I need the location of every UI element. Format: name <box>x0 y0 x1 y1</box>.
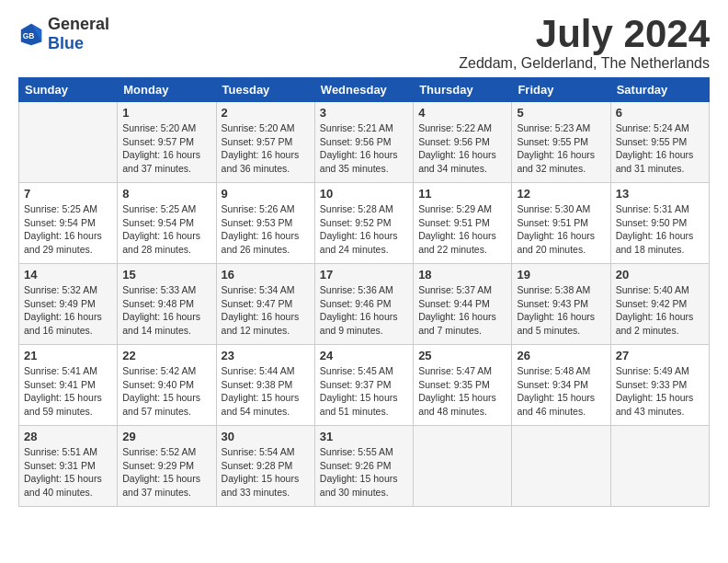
table-row <box>610 426 709 507</box>
calendar-table: Sunday Monday Tuesday Wednesday Thursday… <box>18 77 710 507</box>
table-row: 13 Sunrise: 5:31 AMSunset: 9:50 PMDaylig… <box>610 183 709 264</box>
day-info: Sunrise: 5:54 AMSunset: 9:28 PMDaylight:… <box>222 445 310 500</box>
table-row: 7 Sunrise: 5:25 AMSunset: 9:54 PMDayligh… <box>19 183 118 264</box>
page-container: GB General Blue July 2024 Zeddam, Gelder… <box>0 0 728 516</box>
day-number: 31 <box>320 430 408 443</box>
day-number: 25 <box>418 349 506 362</box>
table-row: 3 Sunrise: 5:21 AMSunset: 9:56 PMDayligh… <box>314 102 413 183</box>
day-number: 23 <box>222 349 310 362</box>
calendar-week-row: 28 Sunrise: 5:51 AMSunset: 9:31 PMDaylig… <box>19 426 710 507</box>
calendar-header-row: Sunday Monday Tuesday Wednesday Thursday… <box>19 78 710 102</box>
logo: GB General Blue <box>18 15 109 53</box>
table-row: 24 Sunrise: 5:45 AMSunset: 9:37 PMDaylig… <box>314 345 413 426</box>
day-number: 27 <box>616 349 704 362</box>
day-info: Sunrise: 5:51 AMSunset: 9:31 PMDaylight:… <box>24 445 112 500</box>
day-info: Sunrise: 5:45 AMSunset: 9:37 PMDaylight:… <box>320 364 408 419</box>
day-number: 7 <box>24 187 112 201</box>
day-info: Sunrise: 5:48 AMSunset: 9:34 PMDaylight:… <box>517 364 605 419</box>
table-row: 22 Sunrise: 5:42 AMSunset: 9:40 PMDaylig… <box>118 345 216 426</box>
table-row: 26 Sunrise: 5:48 AMSunset: 9:34 PMDaylig… <box>512 345 610 426</box>
day-number: 1 <box>122 106 210 120</box>
day-info: Sunrise: 5:20 AMSunset: 9:57 PMDaylight:… <box>222 121 310 176</box>
day-info: Sunrise: 5:30 AMSunset: 9:51 PMDaylight:… <box>517 202 605 257</box>
table-row: 10 Sunrise: 5:28 AMSunset: 9:52 PMDaylig… <box>314 183 413 264</box>
day-number: 6 <box>616 106 704 120</box>
table-row: 16 Sunrise: 5:34 AMSunset: 9:47 PMDaylig… <box>216 264 314 345</box>
day-number: 2 <box>222 106 310 120</box>
day-info: Sunrise: 5:34 AMSunset: 9:47 PMDaylight:… <box>222 283 310 338</box>
logo-blue: Blue <box>48 34 84 52</box>
day-info: Sunrise: 5:40 AMSunset: 9:42 PMDaylight:… <box>616 283 704 338</box>
day-number: 16 <box>222 268 310 282</box>
day-number: 13 <box>616 187 704 201</box>
table-row: 5 Sunrise: 5:23 AMSunset: 9:55 PMDayligh… <box>512 102 610 183</box>
table-row: 30 Sunrise: 5:54 AMSunset: 9:28 PMDaylig… <box>216 426 314 507</box>
day-number: 17 <box>320 268 408 282</box>
day-info: Sunrise: 5:49 AMSunset: 9:33 PMDaylight:… <box>616 364 704 419</box>
table-row: 31 Sunrise: 5:55 AMSunset: 9:26 PMDaylig… <box>314 426 413 507</box>
table-row: 29 Sunrise: 5:52 AMSunset: 9:29 PMDaylig… <box>118 426 216 507</box>
day-number: 30 <box>222 430 310 443</box>
calendar-week-row: 7 Sunrise: 5:25 AMSunset: 9:54 PMDayligh… <box>19 183 710 264</box>
day-info: Sunrise: 5:23 AMSunset: 9:55 PMDaylight:… <box>517 121 605 176</box>
logo-icon: GB <box>18 21 44 47</box>
table-row: 25 Sunrise: 5:47 AMSunset: 9:35 PMDaylig… <box>414 345 512 426</box>
calendar-week-row: 14 Sunrise: 5:32 AMSunset: 9:49 PMDaylig… <box>19 264 710 345</box>
day-number: 4 <box>418 106 506 120</box>
table-row <box>414 426 512 507</box>
day-info: Sunrise: 5:32 AMSunset: 9:49 PMDaylight:… <box>24 283 112 338</box>
table-row: 9 Sunrise: 5:26 AMSunset: 9:53 PMDayligh… <box>216 183 314 264</box>
day-number: 8 <box>122 187 210 201</box>
day-info: Sunrise: 5:28 AMSunset: 9:52 PMDaylight:… <box>320 202 408 257</box>
day-info: Sunrise: 5:21 AMSunset: 9:56 PMDaylight:… <box>320 121 408 176</box>
table-row: 12 Sunrise: 5:30 AMSunset: 9:51 PMDaylig… <box>512 183 610 264</box>
table-row: 15 Sunrise: 5:33 AMSunset: 9:48 PMDaylig… <box>118 264 216 345</box>
day-number: 26 <box>517 349 605 362</box>
day-info: Sunrise: 5:22 AMSunset: 9:56 PMDaylight:… <box>418 121 506 176</box>
col-saturday: Saturday <box>610 78 709 102</box>
day-number: 5 <box>517 106 605 120</box>
table-row: 18 Sunrise: 5:37 AMSunset: 9:44 PMDaylig… <box>414 264 512 345</box>
calendar-week-row: 1 Sunrise: 5:20 AMSunset: 9:57 PMDayligh… <box>19 102 710 183</box>
day-info: Sunrise: 5:36 AMSunset: 9:46 PMDaylight:… <box>320 283 408 338</box>
month-title: July 2024 <box>459 15 710 53</box>
col-wednesday: Wednesday <box>314 78 413 102</box>
table-row: 4 Sunrise: 5:22 AMSunset: 9:56 PMDayligh… <box>414 102 512 183</box>
table-row: 28 Sunrise: 5:51 AMSunset: 9:31 PMDaylig… <box>19 426 118 507</box>
table-row: 23 Sunrise: 5:44 AMSunset: 9:38 PMDaylig… <box>216 345 314 426</box>
col-thursday: Thursday <box>414 78 512 102</box>
day-number: 20 <box>616 268 704 282</box>
day-number: 29 <box>122 430 210 443</box>
day-number: 22 <box>122 349 210 362</box>
table-row: 27 Sunrise: 5:49 AMSunset: 9:33 PMDaylig… <box>610 345 709 426</box>
day-info: Sunrise: 5:47 AMSunset: 9:35 PMDaylight:… <box>418 364 506 419</box>
day-info: Sunrise: 5:55 AMSunset: 9:26 PMDaylight:… <box>320 445 408 500</box>
header: GB General Blue July 2024 Zeddam, Gelder… <box>18 15 710 72</box>
day-number: 3 <box>320 106 408 120</box>
col-sunday: Sunday <box>19 78 118 102</box>
table-row <box>19 102 118 183</box>
day-info: Sunrise: 5:38 AMSunset: 9:43 PMDaylight:… <box>517 283 605 338</box>
title-block: July 2024 Zeddam, Gelderland, The Nether… <box>459 15 710 72</box>
table-row: 21 Sunrise: 5:41 AMSunset: 9:41 PMDaylig… <box>19 345 118 426</box>
col-monday: Monday <box>118 78 216 102</box>
day-info: Sunrise: 5:41 AMSunset: 9:41 PMDaylight:… <box>24 364 112 419</box>
day-number: 12 <box>517 187 605 201</box>
day-info: Sunrise: 5:31 AMSunset: 9:50 PMDaylight:… <box>616 202 704 257</box>
day-number: 18 <box>418 268 506 282</box>
day-info: Sunrise: 5:25 AMSunset: 9:54 PMDaylight:… <box>24 202 112 257</box>
table-row: 17 Sunrise: 5:36 AMSunset: 9:46 PMDaylig… <box>314 264 413 345</box>
day-number: 24 <box>320 349 408 362</box>
day-info: Sunrise: 5:20 AMSunset: 9:57 PMDaylight:… <box>122 121 210 176</box>
table-row: 1 Sunrise: 5:20 AMSunset: 9:57 PMDayligh… <box>118 102 216 183</box>
day-number: 10 <box>320 187 408 201</box>
table-row: 6 Sunrise: 5:24 AMSunset: 9:55 PMDayligh… <box>610 102 709 183</box>
day-info: Sunrise: 5:26 AMSunset: 9:53 PMDaylight:… <box>222 202 310 257</box>
day-number: 15 <box>122 268 210 282</box>
day-number: 19 <box>517 268 605 282</box>
calendar-week-row: 21 Sunrise: 5:41 AMSunset: 9:41 PMDaylig… <box>19 345 710 426</box>
location-title: Zeddam, Gelderland, The Netherlands <box>459 55 710 72</box>
table-row: 19 Sunrise: 5:38 AMSunset: 9:43 PMDaylig… <box>512 264 610 345</box>
table-row: 11 Sunrise: 5:29 AMSunset: 9:51 PMDaylig… <box>414 183 512 264</box>
table-row: 20 Sunrise: 5:40 AMSunset: 9:42 PMDaylig… <box>610 264 709 345</box>
